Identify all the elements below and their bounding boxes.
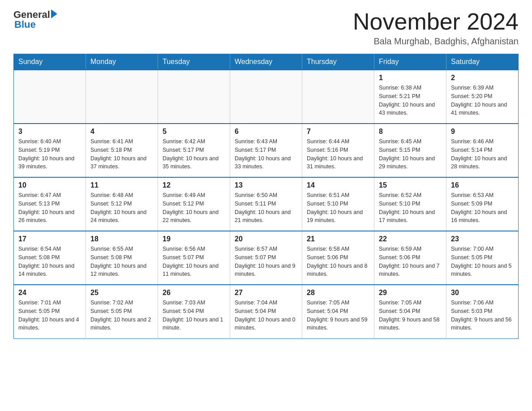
calendar-title: November 2024 bbox=[353, 9, 519, 34]
week-row-1: 1Sunrise: 6:38 AM Sunset: 5:21 PM Daylig… bbox=[14, 70, 519, 124]
day-number: 6 bbox=[235, 128, 297, 136]
header: General Blue November 2024 Bala Murghab,… bbox=[13, 9, 519, 47]
day-number: 22 bbox=[379, 235, 442, 243]
day-number: 18 bbox=[90, 235, 153, 243]
day-number: 17 bbox=[18, 235, 81, 243]
calendar-cell: 2Sunrise: 6:39 AM Sunset: 5:20 PM Daylig… bbox=[446, 70, 519, 124]
calendar-cell: 26Sunrise: 7:03 AM Sunset: 5:04 PM Dayli… bbox=[158, 285, 230, 338]
calendar-cell: 23Sunrise: 7:00 AM Sunset: 5:05 PM Dayli… bbox=[446, 231, 519, 285]
header-saturday: Saturday bbox=[446, 54, 519, 70]
day-info: Sunrise: 6:55 AM Sunset: 5:08 PM Dayligh… bbox=[90, 245, 153, 278]
calendar-header-row: SundayMondayTuesdayWednesdayThursdayFrid… bbox=[14, 54, 519, 70]
day-info: Sunrise: 6:41 AM Sunset: 5:18 PM Dayligh… bbox=[90, 137, 153, 171]
calendar-cell: 30Sunrise: 7:06 AM Sunset: 5:03 PM Dayli… bbox=[446, 285, 519, 338]
calendar-cell: 28Sunrise: 7:05 AM Sunset: 5:04 PM Dayli… bbox=[302, 285, 374, 338]
calendar-subtitle: Bala Murghab, Badghis, Afghanistan bbox=[353, 36, 519, 47]
day-info: Sunrise: 7:04 AM Sunset: 5:04 PM Dayligh… bbox=[235, 299, 297, 332]
day-info: Sunrise: 6:48 AM Sunset: 5:12 PM Dayligh… bbox=[90, 191, 153, 225]
day-info: Sunrise: 6:45 AM Sunset: 5:15 PM Dayligh… bbox=[379, 137, 442, 171]
header-monday: Monday bbox=[86, 54, 158, 70]
logo: General Blue bbox=[13, 9, 57, 30]
day-number: 24 bbox=[18, 289, 81, 297]
calendar-cell: 19Sunrise: 6:56 AM Sunset: 5:07 PM Dayli… bbox=[158, 231, 230, 285]
day-number: 3 bbox=[18, 128, 81, 136]
day-info: Sunrise: 7:06 AM Sunset: 5:03 PM Dayligh… bbox=[451, 299, 514, 332]
day-number: 19 bbox=[163, 235, 225, 243]
day-number: 4 bbox=[90, 128, 153, 136]
day-info: Sunrise: 6:43 AM Sunset: 5:17 PM Dayligh… bbox=[235, 137, 297, 171]
calendar-cell: 17Sunrise: 6:54 AM Sunset: 5:08 PM Dayli… bbox=[14, 231, 86, 285]
day-info: Sunrise: 6:46 AM Sunset: 5:14 PM Dayligh… bbox=[451, 137, 514, 171]
header-sunday: Sunday bbox=[14, 54, 86, 70]
day-info: Sunrise: 6:52 AM Sunset: 5:10 PM Dayligh… bbox=[379, 191, 442, 225]
day-info: Sunrise: 6:56 AM Sunset: 5:07 PM Dayligh… bbox=[163, 245, 225, 278]
day-number: 10 bbox=[18, 181, 81, 189]
day-info: Sunrise: 6:51 AM Sunset: 5:10 PM Dayligh… bbox=[307, 191, 369, 225]
day-info: Sunrise: 6:40 AM Sunset: 5:19 PM Dayligh… bbox=[18, 137, 81, 171]
day-info: Sunrise: 7:05 AM Sunset: 5:04 PM Dayligh… bbox=[307, 299, 369, 332]
day-number: 12 bbox=[163, 181, 225, 189]
header-wednesday: Wednesday bbox=[230, 54, 302, 70]
day-number: 15 bbox=[379, 181, 442, 189]
calendar-cell: 9Sunrise: 6:46 AM Sunset: 5:14 PM Daylig… bbox=[446, 124, 519, 177]
day-number: 13 bbox=[235, 181, 297, 189]
calendar-cell: 6Sunrise: 6:43 AM Sunset: 5:17 PM Daylig… bbox=[230, 124, 302, 177]
calendar-cell: 1Sunrise: 6:38 AM Sunset: 5:21 PM Daylig… bbox=[374, 70, 446, 124]
week-row-5: 24Sunrise: 7:01 AM Sunset: 5:05 PM Dayli… bbox=[14, 285, 519, 338]
calendar-cell bbox=[14, 70, 86, 124]
day-number: 23 bbox=[451, 235, 514, 243]
day-number: 9 bbox=[451, 128, 514, 136]
day-info: Sunrise: 6:53 AM Sunset: 5:09 PM Dayligh… bbox=[451, 191, 514, 225]
day-number: 8 bbox=[379, 128, 442, 136]
day-number: 21 bbox=[307, 235, 369, 243]
logo-blue: Blue bbox=[13, 19, 36, 30]
day-info: Sunrise: 6:57 AM Sunset: 5:07 PM Dayligh… bbox=[235, 245, 297, 278]
header-thursday: Thursday bbox=[302, 54, 374, 70]
day-number: 26 bbox=[163, 289, 225, 297]
calendar-cell: 18Sunrise: 6:55 AM Sunset: 5:08 PM Dayli… bbox=[86, 231, 158, 285]
calendar-cell: 21Sunrise: 6:58 AM Sunset: 5:06 PM Dayli… bbox=[302, 231, 374, 285]
day-info: Sunrise: 6:44 AM Sunset: 5:16 PM Dayligh… bbox=[307, 137, 369, 171]
day-info: Sunrise: 6:42 AM Sunset: 5:17 PM Dayligh… bbox=[163, 137, 225, 171]
calendar-cell: 7Sunrise: 6:44 AM Sunset: 5:16 PM Daylig… bbox=[302, 124, 374, 177]
day-number: 16 bbox=[451, 181, 514, 189]
day-number: 2 bbox=[451, 74, 514, 82]
day-number: 5 bbox=[163, 128, 225, 136]
day-info: Sunrise: 6:39 AM Sunset: 5:20 PM Dayligh… bbox=[451, 84, 514, 117]
calendar-cell bbox=[302, 70, 374, 124]
day-info: Sunrise: 6:38 AM Sunset: 5:21 PM Dayligh… bbox=[379, 84, 442, 117]
day-number: 14 bbox=[307, 181, 369, 189]
day-info: Sunrise: 7:01 AM Sunset: 5:05 PM Dayligh… bbox=[18, 299, 81, 332]
calendar-cell: 15Sunrise: 6:52 AM Sunset: 5:10 PM Dayli… bbox=[374, 177, 446, 231]
calendar-cell: 25Sunrise: 7:02 AM Sunset: 5:05 PM Dayli… bbox=[86, 285, 158, 338]
calendar-cell: 5Sunrise: 6:42 AM Sunset: 5:17 PM Daylig… bbox=[158, 124, 230, 177]
day-number: 25 bbox=[90, 289, 153, 297]
logo-arrow-icon bbox=[51, 9, 57, 18]
day-number: 11 bbox=[90, 181, 153, 189]
day-info: Sunrise: 7:02 AM Sunset: 5:05 PM Dayligh… bbox=[90, 299, 153, 332]
calendar-cell bbox=[158, 70, 230, 124]
day-info: Sunrise: 6:47 AM Sunset: 5:13 PM Dayligh… bbox=[18, 191, 81, 225]
calendar-cell: 13Sunrise: 6:50 AM Sunset: 5:11 PM Dayli… bbox=[230, 177, 302, 231]
day-number: 29 bbox=[379, 289, 442, 297]
calendar-cell: 16Sunrise: 6:53 AM Sunset: 5:09 PM Dayli… bbox=[446, 177, 519, 231]
day-info: Sunrise: 6:58 AM Sunset: 5:06 PM Dayligh… bbox=[307, 245, 369, 278]
week-row-3: 10Sunrise: 6:47 AM Sunset: 5:13 PM Dayli… bbox=[14, 177, 519, 231]
calendar-cell: 3Sunrise: 6:40 AM Sunset: 5:19 PM Daylig… bbox=[14, 124, 86, 177]
day-info: Sunrise: 6:49 AM Sunset: 5:12 PM Dayligh… bbox=[163, 191, 225, 225]
calendar-cell: 24Sunrise: 7:01 AM Sunset: 5:05 PM Dayli… bbox=[14, 285, 86, 338]
day-info: Sunrise: 7:00 AM Sunset: 5:05 PM Dayligh… bbox=[451, 245, 514, 278]
day-number: 20 bbox=[235, 235, 297, 243]
week-row-2: 3Sunrise: 6:40 AM Sunset: 5:19 PM Daylig… bbox=[14, 124, 519, 177]
calendar-cell bbox=[86, 70, 158, 124]
calendar-cell: 29Sunrise: 7:05 AM Sunset: 5:04 PM Dayli… bbox=[374, 285, 446, 338]
calendar-table: SundayMondayTuesdayWednesdayThursdayFrid… bbox=[13, 54, 519, 339]
calendar-cell: 10Sunrise: 6:47 AM Sunset: 5:13 PM Dayli… bbox=[14, 177, 86, 231]
day-info: Sunrise: 7:03 AM Sunset: 5:04 PM Dayligh… bbox=[163, 299, 225, 332]
day-number: 28 bbox=[307, 289, 369, 297]
calendar-cell: 11Sunrise: 6:48 AM Sunset: 5:12 PM Dayli… bbox=[86, 177, 158, 231]
day-info: Sunrise: 6:54 AM Sunset: 5:08 PM Dayligh… bbox=[18, 245, 81, 278]
day-info: Sunrise: 6:50 AM Sunset: 5:11 PM Dayligh… bbox=[235, 191, 297, 225]
day-info: Sunrise: 7:05 AM Sunset: 5:04 PM Dayligh… bbox=[379, 299, 442, 332]
day-number: 7 bbox=[307, 128, 369, 136]
